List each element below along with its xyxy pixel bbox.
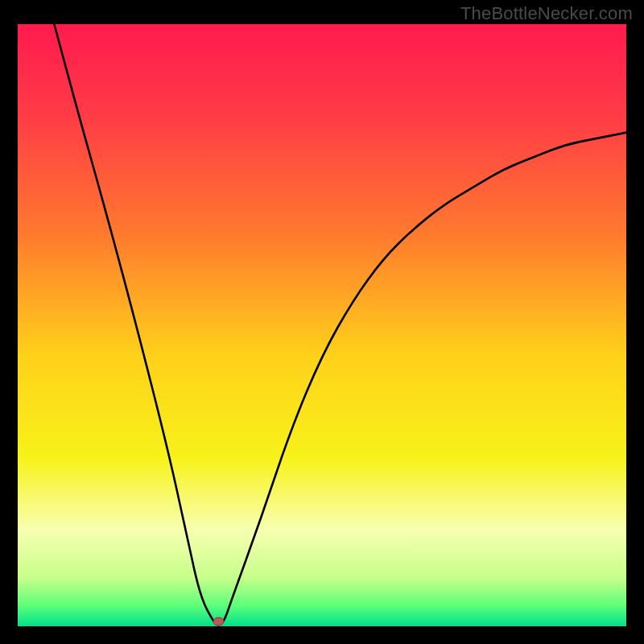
chart-frame: TheBottleNecker.com [0,0,644,644]
bottleneck-chart [18,24,626,626]
attribution-text: TheBottleNecker.com [460,3,633,24]
plot-area [18,24,626,626]
gradient-background [18,24,626,626]
optimal-point-marker [213,617,224,625]
